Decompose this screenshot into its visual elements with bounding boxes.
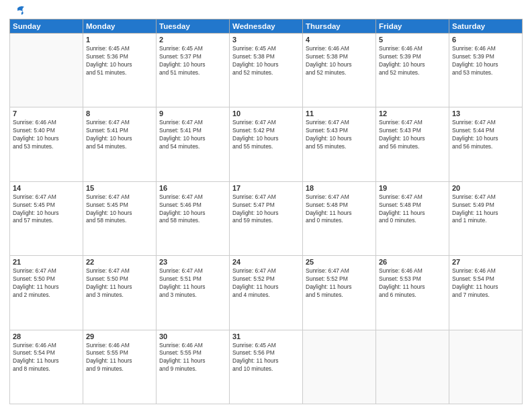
day-number: 20: [452, 184, 519, 192]
day-info: Sunrise: 6:47 AMSunset: 5:46 PMDaylight:…: [159, 193, 226, 226]
calendar-cell: 27Sunrise: 6:46 AMSunset: 5:54 PMDayligh…: [449, 256, 523, 330]
day-info: Sunrise: 6:47 AMSunset: 5:41 PMDaylight:…: [159, 119, 226, 151]
calendar-header-friday: Friday: [376, 19, 449, 34]
calendar-cell: 31Sunrise: 6:45 AMSunset: 5:56 PMDayligh…: [230, 330, 303, 404]
calendar-cell: 18Sunrise: 6:47 AMSunset: 5:48 PMDayligh…: [303, 181, 376, 255]
day-number: 22: [86, 258, 153, 266]
calendar-cell: 16Sunrise: 6:47 AMSunset: 5:46 PMDayligh…: [157, 181, 230, 255]
day-number: 10: [232, 109, 300, 118]
calendar-week-row: 1Sunrise: 6:45 AMSunset: 5:36 PMDaylight…: [10, 34, 523, 107]
day-number: 3: [232, 36, 300, 44]
day-number: 17: [232, 184, 300, 192]
calendar-header-row: SundayMondayTuesdayWednesdayThursdayFrid…: [10, 19, 523, 34]
calendar-cell: [10, 34, 83, 107]
day-info: Sunrise: 6:47 AMSunset: 5:48 PMDaylight:…: [379, 193, 446, 226]
day-info: Sunrise: 6:46 AMSunset: 5:55 PMDaylight:…: [159, 342, 226, 374]
day-info: Sunrise: 6:46 AMSunset: 5:54 PMDaylight:…: [452, 267, 519, 300]
day-number: 15: [86, 184, 153, 192]
calendar-cell: 20Sunrise: 6:47 AMSunset: 5:49 PMDayligh…: [449, 181, 523, 255]
day-info: Sunrise: 6:46 AMSunset: 5:39 PMDaylight:…: [379, 45, 446, 77]
day-number: 5: [379, 36, 446, 44]
day-info: Sunrise: 6:46 AMSunset: 5:55 PMDaylight:…: [86, 342, 153, 374]
day-info: Sunrise: 6:45 AMSunset: 5:56 PMDaylight:…: [232, 342, 300, 374]
day-number: 9: [159, 109, 226, 118]
day-info: Sunrise: 6:47 AMSunset: 5:45 PMDaylight:…: [86, 193, 153, 226]
calendar-page: SundayMondayTuesdayWednesdayThursdayFrid…: [0, 0, 532, 411]
day-number: 14: [13, 184, 80, 192]
calendar-cell: 7Sunrise: 6:46 AMSunset: 5:40 PMDaylight…: [10, 107, 83, 181]
logo: [9, 7, 26, 17]
calendar-week-row: 7Sunrise: 6:46 AMSunset: 5:40 PMDaylight…: [10, 107, 523, 181]
day-number: 25: [306, 258, 373, 266]
calendar-cell: 26Sunrise: 6:46 AMSunset: 5:53 PMDayligh…: [376, 256, 449, 330]
calendar-cell: 24Sunrise: 6:47 AMSunset: 5:52 PMDayligh…: [230, 256, 303, 330]
calendar-cell: 29Sunrise: 6:46 AMSunset: 5:55 PMDayligh…: [83, 330, 157, 404]
calendar-cell: 5Sunrise: 6:46 AMSunset: 5:39 PMDaylight…: [376, 34, 449, 107]
day-info: Sunrise: 6:47 AMSunset: 5:50 PMDaylight:…: [86, 267, 153, 300]
calendar-cell: 25Sunrise: 6:47 AMSunset: 5:52 PMDayligh…: [303, 256, 376, 330]
calendar-cell: 22Sunrise: 6:47 AMSunset: 5:50 PMDayligh…: [83, 256, 157, 330]
day-number: 28: [13, 332, 80, 340]
day-number: 21: [13, 258, 80, 266]
day-info: Sunrise: 6:46 AMSunset: 5:39 PMDaylight:…: [452, 45, 519, 77]
calendar-header-tuesday: Tuesday: [157, 19, 230, 34]
day-info: Sunrise: 6:47 AMSunset: 5:45 PMDaylight:…: [13, 193, 80, 226]
day-info: Sunrise: 6:46 AMSunset: 5:53 PMDaylight:…: [379, 267, 446, 300]
calendar-cell: 14Sunrise: 6:47 AMSunset: 5:45 PMDayligh…: [10, 181, 83, 255]
day-number: 12: [379, 109, 446, 118]
calendar-cell: 13Sunrise: 6:47 AMSunset: 5:44 PMDayligh…: [449, 107, 523, 181]
calendar-cell: [303, 330, 376, 404]
calendar-header-sunday: Sunday: [10, 19, 83, 34]
day-number: 11: [306, 109, 373, 118]
calendar-cell: 15Sunrise: 6:47 AMSunset: 5:45 PMDayligh…: [83, 181, 157, 255]
day-info: Sunrise: 6:47 AMSunset: 5:41 PMDaylight:…: [86, 119, 153, 151]
calendar-header-saturday: Saturday: [449, 19, 523, 34]
day-info: Sunrise: 6:46 AMSunset: 5:40 PMDaylight:…: [13, 119, 80, 151]
day-number: 2: [159, 36, 226, 44]
day-number: 8: [86, 109, 153, 118]
day-info: Sunrise: 6:45 AMSunset: 5:36 PMDaylight:…: [86, 45, 153, 77]
day-number: 13: [452, 109, 519, 118]
day-info: Sunrise: 6:47 AMSunset: 5:43 PMDaylight:…: [306, 119, 373, 151]
calendar-cell: 17Sunrise: 6:47 AMSunset: 5:47 PMDayligh…: [230, 181, 303, 255]
day-number: 27: [452, 258, 519, 266]
day-number: 29: [86, 332, 153, 340]
day-number: 23: [159, 258, 226, 266]
calendar-week-row: 28Sunrise: 6:46 AMSunset: 5:54 PMDayligh…: [10, 330, 523, 404]
day-number: 16: [159, 184, 226, 192]
calendar-cell: 10Sunrise: 6:47 AMSunset: 5:42 PMDayligh…: [230, 107, 303, 181]
day-info: Sunrise: 6:46 AMSunset: 5:54 PMDaylight:…: [13, 342, 80, 374]
day-number: 26: [379, 258, 446, 266]
calendar-header-wednesday: Wednesday: [230, 19, 303, 34]
day-info: Sunrise: 6:47 AMSunset: 5:50 PMDaylight:…: [13, 267, 80, 300]
day-number: 4: [306, 36, 373, 44]
day-info: Sunrise: 6:46 AMSunset: 5:38 PMDaylight:…: [306, 45, 373, 77]
calendar-table: SundayMondayTuesdayWednesdayThursdayFrid…: [9, 19, 523, 404]
day-number: 18: [306, 184, 373, 192]
day-info: Sunrise: 6:47 AMSunset: 5:52 PMDaylight:…: [232, 267, 300, 300]
calendar-week-row: 14Sunrise: 6:47 AMSunset: 5:45 PMDayligh…: [10, 181, 523, 255]
calendar-header-thursday: Thursday: [303, 19, 376, 34]
day-number: 6: [452, 36, 519, 44]
day-info: Sunrise: 6:45 AMSunset: 5:37 PMDaylight:…: [159, 45, 226, 77]
day-info: Sunrise: 6:47 AMSunset: 5:49 PMDaylight:…: [452, 193, 519, 226]
calendar-cell: 2Sunrise: 6:45 AMSunset: 5:37 PMDaylight…: [157, 34, 230, 107]
calendar-cell: 28Sunrise: 6:46 AMSunset: 5:54 PMDayligh…: [10, 330, 83, 404]
calendar-week-row: 21Sunrise: 6:47 AMSunset: 5:50 PMDayligh…: [10, 256, 523, 330]
calendar-cell: 4Sunrise: 6:46 AMSunset: 5:38 PMDaylight…: [303, 34, 376, 107]
day-number: 31: [232, 332, 300, 340]
calendar-header-monday: Monday: [83, 19, 157, 34]
day-info: Sunrise: 6:47 AMSunset: 5:42 PMDaylight:…: [232, 119, 300, 151]
day-info: Sunrise: 6:47 AMSunset: 5:43 PMDaylight:…: [379, 119, 446, 151]
calendar-cell: [449, 330, 523, 404]
day-number: 1: [86, 36, 153, 44]
calendar-cell: 23Sunrise: 6:47 AMSunset: 5:51 PMDayligh…: [157, 256, 230, 330]
day-number: 30: [159, 332, 226, 340]
calendar-cell: 3Sunrise: 6:45 AMSunset: 5:38 PMDaylight…: [230, 34, 303, 107]
calendar-cell: 12Sunrise: 6:47 AMSunset: 5:43 PMDayligh…: [376, 107, 449, 181]
day-info: Sunrise: 6:47 AMSunset: 5:51 PMDaylight:…: [159, 267, 226, 300]
header: [9, 7, 523, 17]
day-info: Sunrise: 6:45 AMSunset: 5:38 PMDaylight:…: [232, 45, 300, 77]
day-number: 19: [379, 184, 446, 192]
calendar-cell: [376, 330, 449, 404]
